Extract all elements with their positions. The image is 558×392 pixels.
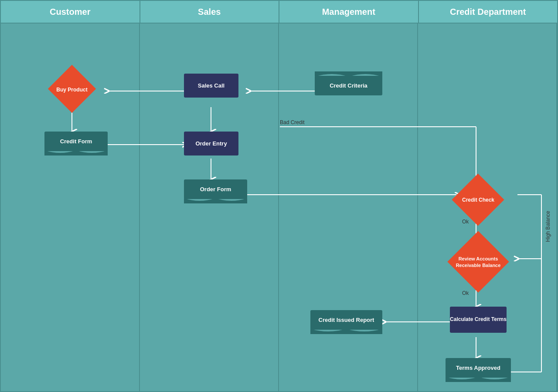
terms-approved-ribbon: Terms Approved xyxy=(446,358,511,378)
review-ar-diamond: Review Accounts Receivable Balance xyxy=(446,237,511,287)
credit-form-ribbon: Credit Form xyxy=(44,132,108,151)
credit-check-diamond: Credit Check xyxy=(450,178,507,222)
lanes-body: Buy Product Credit Form Sales Call Order… xyxy=(1,24,557,392)
lane-header-management: Management xyxy=(279,1,419,23)
diagram: Customer Sales Management Credit Departm… xyxy=(0,0,558,392)
sales-call-rect: Sales Call xyxy=(184,74,238,98)
calculate-credit-rect: Calculate Credit Terms xyxy=(450,307,507,333)
ok-label-1: Ok xyxy=(462,219,469,225)
bad-credit-label: Bad Credit xyxy=(280,119,305,125)
lane-header-customer: Customer xyxy=(1,1,140,23)
lane-header-sales: Sales xyxy=(140,1,280,23)
credit-issued-report-ribbon: Credit Issued Report xyxy=(310,310,382,330)
order-entry-rect: Order Entry xyxy=(184,132,238,155)
buy-product-label: Buy Product xyxy=(56,87,87,93)
lanes-header: Customer Sales Management Credit Departm… xyxy=(1,1,557,24)
credit-criteria-ribbon: Credit Criteria xyxy=(315,76,382,95)
credit-check-label: Credit Check xyxy=(462,197,494,203)
buy-product-diamond: Buy Product xyxy=(48,69,96,111)
ok-label-2: Ok xyxy=(462,290,469,296)
review-ar-label: Review Accounts Receivable Balance xyxy=(446,256,511,268)
high-balance-label: High Balance xyxy=(545,211,551,242)
lane-header-credit: Credit Department xyxy=(419,1,558,23)
order-form-ribbon: Order Form xyxy=(184,179,247,199)
